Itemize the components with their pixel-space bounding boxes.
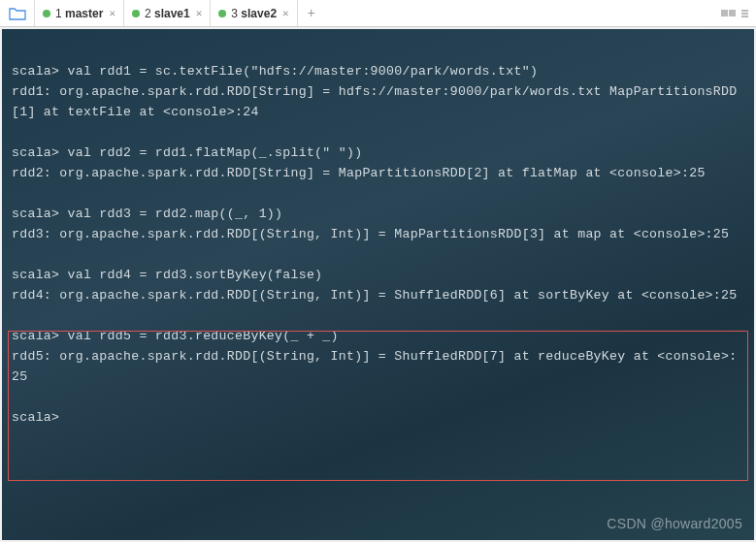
console-line: rdd4: org.apache.spark.rdd.RDD[(String, … <box>12 285 744 305</box>
console-line: scala> val rdd1 = sc.textFile("hdfs://ma… <box>12 61 744 81</box>
console-line: rdd5: org.apache.spark.rdd.RDD[(String, … <box>12 346 744 387</box>
console-line: scala> val rdd3 = rdd2.map((_, 1)) <box>12 204 744 224</box>
folder-icon[interactable] <box>0 0 35 26</box>
console-line: scala> val rdd5 = rdd3.reduceByKey(_ + _… <box>12 326 744 346</box>
close-icon[interactable]: ✕ <box>109 7 115 19</box>
status-dot-icon <box>43 10 50 17</box>
console-line: scala> val rdd2 = rdd1.flatMap(_.split("… <box>12 143 744 163</box>
tab-slave1[interactable]: 2 slave1 ✕ <box>124 0 211 26</box>
tab-master[interactable]: 1 master ✕ <box>35 0 124 26</box>
console-line: scala> <box>12 407 744 428</box>
list-view-icon[interactable] <box>741 10 748 17</box>
terminal-console[interactable]: scala> val rdd1 = sc.textFile("hdfs://ma… <box>2 29 754 540</box>
status-dot-icon <box>218 10 226 17</box>
console-line: rdd3: org.apache.spark.rdd.RDD[(String, … <box>12 224 744 244</box>
tab-bar: 1 master ✕ 2 slave1 ✕ 3 slave2 ✕ + <box>0 0 756 27</box>
close-icon[interactable]: ✕ <box>196 7 203 19</box>
close-icon[interactable]: ✕ <box>282 7 289 19</box>
console-line: rdd1: org.apache.spark.rdd.RDD[String] =… <box>12 81 744 122</box>
tab-label: 3 slave2 <box>231 7 277 20</box>
grid-view-icon[interactable] <box>721 6 736 20</box>
status-dot-icon <box>132 10 140 17</box>
tab-label: 1 master <box>55 7 103 20</box>
console-line: rdd2: org.apache.spark.rdd.RDD[String] =… <box>12 163 744 183</box>
tab-label: 2 slave1 <box>145 7 190 20</box>
watermark-text: CSDN @howard2005 <box>607 514 742 534</box>
tab-slave2[interactable]: 3 slave2 ✕ <box>211 0 297 26</box>
new-tab-button[interactable]: + <box>298 0 325 26</box>
view-mode-icons[interactable] <box>713 0 756 26</box>
console-line: scala> val rdd4 = rdd3.sortByKey(false) <box>12 265 744 285</box>
